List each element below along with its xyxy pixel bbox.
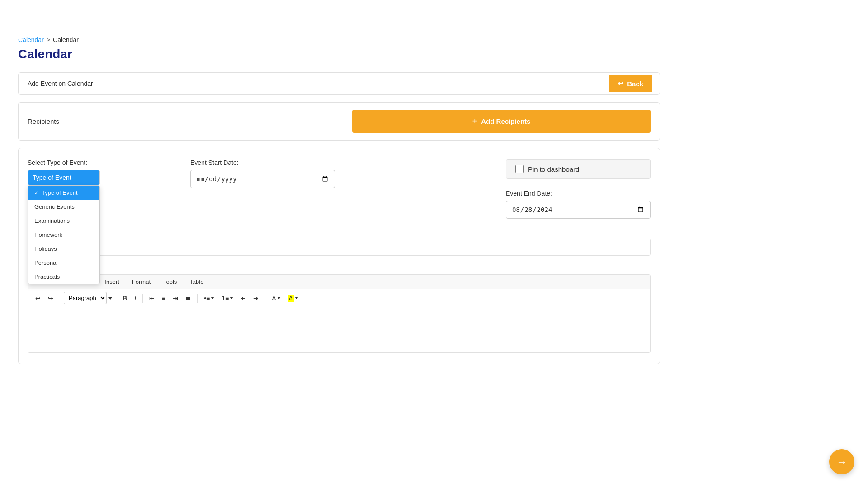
event-start-date-input[interactable] [190, 170, 335, 188]
dropdown-item-homework[interactable]: ✓ Homework [28, 228, 99, 242]
ul-icon: •≡ [204, 295, 210, 302]
details-section: Details File Edit View Insert Format Too… [28, 263, 651, 353]
redo-icon: ↪ [48, 295, 53, 302]
indent-button[interactable]: ⇥ [250, 293, 261, 304]
font-color-chevron-icon [277, 297, 281, 299]
justify-button[interactable]: ≣ [183, 293, 193, 304]
breadcrumb-separator: > [47, 36, 50, 43]
event-end-date-group: Event End Date: [506, 190, 651, 219]
event-type-group: Select Type of Event: Type of Event ✓ Ty… [28, 159, 100, 185]
event-type-dropdown: ✓ Type of Event ✓ Generic Events ✓ Exami… [28, 185, 100, 284]
recipients-section: Recipients + Add Recipients [18, 102, 660, 141]
dropdown-item-generic-events[interactable]: ✓ Generic Events [28, 200, 99, 214]
bold-button[interactable]: B [120, 293, 130, 304]
align-left-icon: ⇤ [149, 295, 155, 302]
ul-chevron-icon [211, 297, 214, 299]
indent-icon: ⇥ [253, 295, 259, 302]
form-section: Select Type of Event: Type of Event ✓ Ty… [18, 148, 660, 364]
italic-icon: I [134, 295, 136, 302]
recipients-label: Recipients [28, 117, 59, 125]
separator-4 [197, 294, 198, 303]
highlight-button[interactable]: A [285, 293, 301, 304]
back-button[interactable]: ↩ Back [609, 75, 652, 92]
align-right-icon: ⇥ [173, 295, 178, 302]
separator-2 [116, 294, 116, 303]
title-input[interactable] [28, 239, 651, 256]
bold-icon: B [123, 295, 127, 302]
form-header: Add Event on Calendar ↩ Back [18, 72, 660, 95]
pin-dashboard-checkbox[interactable] [515, 165, 524, 173]
add-recipients-button[interactable]: + Add Recipients [352, 110, 651, 133]
pin-end-date-group: Pin to dashboard Event End Date: [506, 159, 651, 219]
dropdown-item-personal[interactable]: ✓ Personal [28, 256, 99, 270]
menu-table[interactable]: Table [183, 275, 210, 289]
justify-icon: ≣ [185, 295, 191, 302]
title-section: Ti [28, 228, 651, 256]
form-header-title: Add Event on Calendar [28, 80, 93, 87]
align-center-icon: ≡ [162, 295, 165, 302]
check-icon: ✓ [34, 190, 39, 196]
form-row-1: Select Type of Event: Type of Event ✓ Ty… [28, 159, 651, 219]
details-label: Details [28, 263, 651, 271]
breadcrumb-link[interactable]: Calendar [18, 36, 44, 43]
unordered-list-button[interactable]: •≡ [201, 293, 217, 304]
separator-5 [265, 294, 265, 303]
menu-insert[interactable]: Insert [98, 275, 126, 289]
highlight-chevron-icon [295, 297, 298, 299]
outdent-button[interactable]: ⇤ [238, 293, 249, 304]
paragraph-select[interactable]: Paragraph [64, 292, 107, 304]
align-left-button[interactable]: ⇤ [146, 293, 157, 304]
event-end-date-label: Event End Date: [506, 190, 651, 197]
editor-body[interactable] [28, 307, 650, 352]
breadcrumb: Calendar > Calendar [18, 36, 660, 43]
event-type-label: Select Type of Event: [28, 159, 100, 166]
pin-dashboard-container: Pin to dashboard [506, 159, 651, 179]
plus-icon: + [472, 116, 478, 127]
align-center-button[interactable]: ≡ [159, 293, 168, 304]
dropdown-item-examinations[interactable]: ✓ Examinations [28, 214, 99, 228]
editor-menubar: File Edit View Insert Format Tools Table [28, 275, 650, 289]
separator-1 [60, 294, 60, 303]
outdent-icon: ⇤ [241, 295, 246, 302]
title-label: Ti [28, 228, 651, 235]
chevron-down-icon [108, 295, 112, 302]
separator-3 [142, 294, 143, 303]
event-start-date-label: Event Start Date: [190, 159, 335, 166]
event-end-date-input[interactable] [506, 201, 651, 219]
ordered-list-button[interactable]: 1≡ [219, 293, 236, 304]
font-color-button[interactable]: A [269, 293, 283, 304]
rich-text-editor: File Edit View Insert Format Tools Table… [28, 274, 651, 353]
redo-button[interactable]: ↪ [45, 293, 56, 304]
align-right-button[interactable]: ⇥ [170, 293, 181, 304]
ol-chevron-icon [230, 297, 233, 299]
ol-icon: 1≡ [222, 295, 229, 302]
pin-dashboard-label: Pin to dashboard [528, 165, 579, 173]
event-type-select[interactable]: Type of Event [28, 170, 100, 185]
menu-tools[interactable]: Tools [157, 275, 183, 289]
event-start-date-group: Event Start Date: [190, 159, 335, 188]
event-type-dropdown-container: Type of Event ✓ Type of Event ✓ Generic … [28, 170, 100, 185]
highlight-icon: A [288, 295, 294, 302]
dropdown-item-practicals[interactable]: ✓ Practicals [28, 270, 99, 284]
dropdown-item-holidays[interactable]: ✓ Holidays [28, 242, 99, 256]
font-color-icon: A [272, 295, 276, 302]
back-arrow-icon: ↩ [618, 80, 623, 88]
undo-button[interactable]: ↩ [33, 293, 43, 304]
page-title: Calendar [18, 47, 660, 61]
editor-toolbar: ↩ ↪ Paragraph B [28, 289, 650, 307]
breadcrumb-current: Calendar [53, 36, 79, 43]
dropdown-item-type-of-event[interactable]: ✓ Type of Event [28, 186, 99, 200]
italic-button[interactable]: I [132, 293, 139, 304]
undo-icon: ↩ [35, 295, 41, 302]
menu-format[interactable]: Format [126, 275, 157, 289]
